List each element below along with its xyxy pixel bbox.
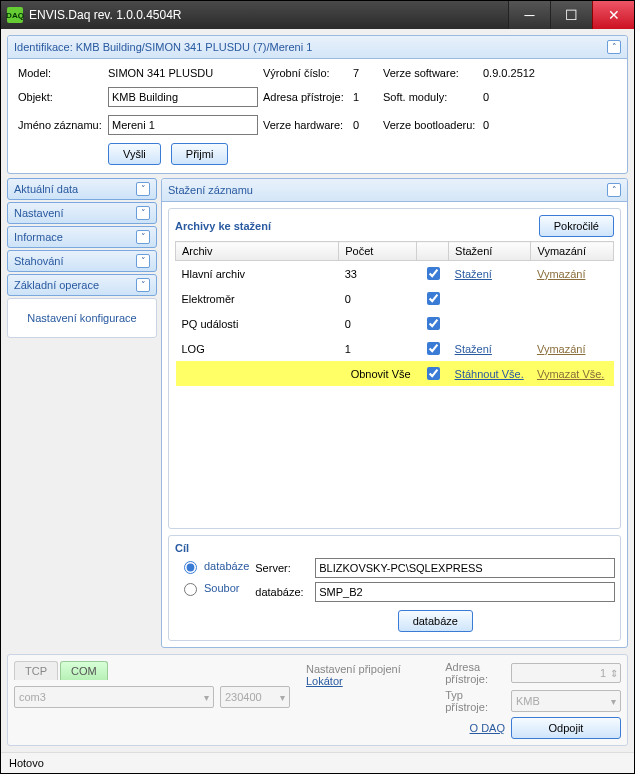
download-link[interactable]: Stažení [455, 343, 492, 355]
sidebar-item-label: Základní operace [14, 279, 99, 291]
col-count[interactable]: Počet [339, 242, 417, 261]
archives-group: Archivy ke stažení Pokročilé Archiv Poče… [168, 208, 621, 529]
label-model: Model: [18, 67, 108, 79]
download-all-link[interactable]: Stáhnout Vše. [455, 368, 524, 380]
sidebar-item-settings[interactable]: Nastavení˅ [7, 202, 157, 224]
server-input[interactable] [315, 558, 615, 578]
titlebar[interactable]: DAQ ENVIS.Daq rev. 1.0.0.4504R ─ ☐ ✕ [1, 1, 634, 29]
all-checkbox[interactable] [427, 367, 440, 380]
port-combo[interactable]: com3 [14, 686, 214, 708]
label-recordname: Jméno záznamu: [18, 119, 108, 131]
target-group: Cíl databáze Soubor Server: [168, 535, 621, 641]
chevron-down-icon: ˅ [136, 278, 150, 292]
archives-title: Archivy ke stažení [175, 220, 271, 232]
collapse-icon[interactable]: ˄ [607, 40, 621, 54]
label-serial: Výrobní číslo: [263, 67, 353, 79]
label-device-address: Adresa přístroje: [445, 661, 505, 685]
recordname-input[interactable] [108, 115, 258, 135]
cell-check[interactable] [417, 311, 449, 336]
database-button[interactable]: databáze [398, 610, 473, 632]
label-database: databáze: [255, 586, 315, 598]
database-input[interactable] [315, 582, 615, 602]
cell-check[interactable] [417, 261, 449, 287]
cell-archive: PQ události [176, 311, 339, 336]
value-sw: 0.9.0.2512 [483, 67, 563, 79]
radio-file[interactable]: Soubor [179, 580, 249, 596]
archives-table: Archiv Počet Stažení Vymazání Hlavní arc… [175, 241, 614, 386]
target-title: Cíl [175, 542, 189, 554]
advanced-button[interactable]: Pokročilé [539, 215, 614, 237]
maximize-button[interactable]: ☐ [550, 1, 592, 29]
cell-check[interactable] [417, 286, 449, 311]
erase-link[interactable]: Vymazání [537, 268, 586, 280]
row-checkbox[interactable] [427, 267, 440, 280]
sidebar-item-actual[interactable]: Aktuální data˅ [7, 178, 157, 200]
label-object: Objekt: [18, 91, 108, 103]
value-serial: 7 [353, 67, 383, 79]
chevron-down-icon: ˅ [136, 230, 150, 244]
cell-count: 0 [339, 286, 417, 311]
send-button[interactable]: Vyšli [108, 143, 161, 165]
minimize-button[interactable]: ─ [508, 1, 550, 29]
value-model: SIMON 341 PLUSDU [108, 67, 263, 79]
disconnect-button[interactable]: Odpojit [511, 717, 621, 739]
identification-panel: Identifikace: KMB Building/SIMON 341 PLU… [7, 35, 628, 174]
cell-archive: Elektroměr [176, 286, 339, 311]
receive-button[interactable]: Přijmi [171, 143, 229, 165]
cell-count: 33 [339, 261, 417, 287]
table-row: LOG1StaženíVymazání [176, 336, 614, 361]
sidebar: Aktuální data˅ Nastavení˅ Informace˅ Sta… [7, 178, 157, 648]
label-server: Server: [255, 562, 315, 574]
close-button[interactable]: ✕ [592, 1, 634, 29]
row-checkbox[interactable] [427, 317, 440, 330]
label-boot: Verze bootloaderu: [383, 119, 483, 131]
table-row: Elektroměr0 [176, 286, 614, 311]
radio-database[interactable]: databáze [179, 558, 249, 574]
col-download[interactable]: Stažení [449, 242, 531, 261]
col-check[interactable] [417, 242, 449, 261]
download-header[interactable]: Stažení záznamu ˄ [162, 179, 627, 202]
window-title: ENVIS.Daq rev. 1.0.0.4504R [29, 8, 508, 22]
locator-link[interactable]: Lokátor [306, 675, 343, 687]
cell-archive: Hlavní archiv [176, 261, 339, 287]
chevron-down-icon: ˅ [136, 254, 150, 268]
cell-count: 0 [339, 311, 417, 336]
app-window: DAQ ENVIS.Daq rev. 1.0.0.4504R ─ ☐ ✕ Ide… [0, 0, 635, 774]
label-modules: Soft. moduly: [383, 91, 483, 103]
collapse-icon[interactable]: ˄ [607, 183, 621, 197]
tab-com[interactable]: COM [60, 661, 108, 680]
download-title: Stažení záznamu [168, 184, 253, 196]
device-type-combo[interactable]: KMB [511, 690, 621, 712]
download-link[interactable]: Stažení [455, 268, 492, 280]
connection-settings-label: Nastavení připojení [306, 663, 401, 675]
identification-header[interactable]: Identifikace: KMB Building/SIMON 341 PLU… [8, 36, 627, 59]
erase-link[interactable]: Vymazání [537, 343, 586, 355]
connection-panel: TCP COM com3 230400 Nastavení připojení … [7, 654, 628, 746]
col-archive[interactable]: Archiv [176, 242, 339, 261]
col-erase[interactable]: Vymazání [531, 242, 614, 261]
config-settings-button[interactable]: Nastavení konfigurace [7, 298, 157, 338]
row-checkbox[interactable] [427, 292, 440, 305]
table-row: PQ události0 [176, 311, 614, 336]
chevron-down-icon: ˅ [136, 206, 150, 220]
cell-check[interactable] [417, 336, 449, 361]
sidebar-item-download[interactable]: Stahování˅ [7, 250, 157, 272]
row-checkbox[interactable] [427, 342, 440, 355]
sidebar-item-label: Informace [14, 231, 63, 243]
value-address: 1 [353, 91, 383, 103]
sidebar-item-info[interactable]: Informace˅ [7, 226, 157, 248]
value-hw: 0 [353, 119, 383, 131]
baud-combo[interactable]: 230400 [220, 686, 290, 708]
about-link[interactable]: O DAQ [445, 722, 505, 734]
tab-tcp[interactable]: TCP [14, 661, 58, 680]
sidebar-item-basicops[interactable]: Základní operace˅ [7, 274, 157, 296]
device-address-spin[interactable]: 1 [511, 663, 621, 683]
value-modules: 0 [483, 91, 563, 103]
value-boot: 0 [483, 119, 563, 131]
download-panel: Stažení záznamu ˄ Archivy ke stažení Pok… [161, 178, 628, 648]
refresh-all[interactable]: Obnovit Vše [339, 361, 417, 386]
object-input[interactable] [108, 87, 258, 107]
label-address: Adresa přístroje: [263, 91, 353, 103]
table-footer-row: Obnovit VšeStáhnout Vše.Vymazat Vše. [176, 361, 614, 386]
erase-all-link[interactable]: Vymazat Vše. [537, 368, 604, 380]
